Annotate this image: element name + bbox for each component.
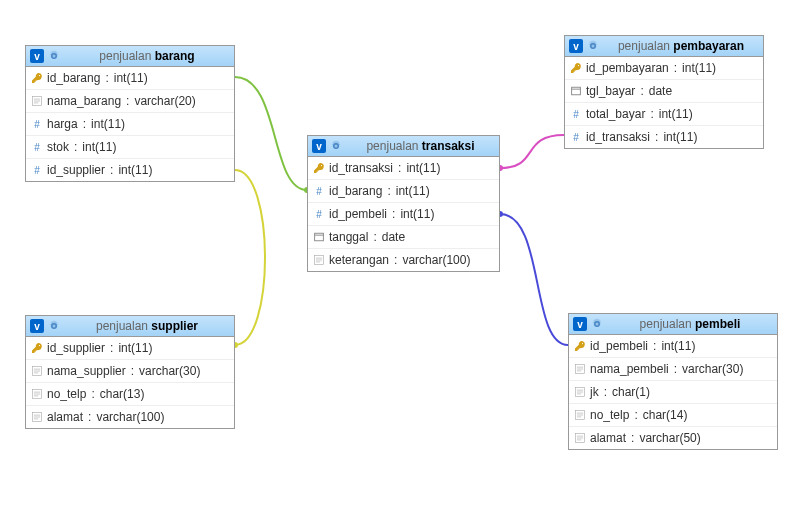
column-row[interactable]: #stok : int(11)	[26, 135, 234, 158]
column-type: int(11)	[659, 107, 693, 121]
column-row[interactable]: alamat : varchar(50)	[569, 426, 777, 449]
column-type-sep: :	[387, 184, 390, 198]
column-row[interactable]: #id_barang : int(11)	[308, 179, 499, 202]
column-type-sep: :	[126, 94, 129, 108]
column-row[interactable]: #id_supplier : int(11)	[26, 158, 234, 181]
column-type: char(13)	[100, 387, 145, 401]
column-type: varchar(30)	[682, 362, 743, 376]
table-title: penjualan pembayaran	[603, 39, 759, 53]
key-icon	[32, 72, 42, 84]
text-icon	[575, 409, 585, 421]
gear-icon[interactable]	[330, 140, 342, 152]
text-icon	[575, 363, 585, 375]
column-row[interactable]: nama_barang : varchar(20)	[26, 89, 234, 112]
column-row[interactable]: alamat : varchar(100)	[26, 405, 234, 428]
column-type: int(11)	[682, 61, 716, 75]
column-row[interactable]: id_pembeli : int(11)	[569, 335, 777, 357]
column-type-sep: :	[392, 207, 395, 221]
column-row[interactable]: nama_supplier : varchar(30)	[26, 359, 234, 382]
table-supplier[interactable]: v penjualan supplier id_supplier : int(1…	[25, 315, 235, 429]
column-name: no_telp	[590, 408, 629, 422]
column-type-sep: :	[131, 364, 134, 378]
column-row[interactable]: id_transaksi : int(11)	[308, 157, 499, 179]
column-type: char(1)	[612, 385, 650, 399]
column-type: varchar(50)	[639, 431, 700, 445]
gear-icon[interactable]	[587, 40, 599, 52]
v-icon: v	[30, 49, 44, 63]
column-type-sep: :	[105, 71, 108, 85]
column-type-sep: :	[634, 408, 637, 422]
column-name: id_supplier	[47, 341, 105, 355]
column-row[interactable]: #id_pembeli : int(11)	[308, 202, 499, 225]
table-pembayaran[interactable]: v penjualan pembayaran id_pembayaran : i…	[564, 35, 764, 149]
table-pembeli[interactable]: v penjualan pembeli id_pembeli : int(11)…	[568, 313, 778, 450]
column-row[interactable]: id_barang : int(11)	[26, 67, 234, 89]
column-type-sep: :	[74, 140, 77, 154]
column-row[interactable]: #total_bayar : int(11)	[565, 102, 763, 125]
gear-icon[interactable]	[591, 318, 603, 330]
columns-supplier: id_supplier : int(11)nama_supplier : var…	[26, 337, 234, 428]
column-name: id_transaksi	[329, 161, 393, 175]
date-icon	[314, 231, 324, 243]
v-icon: v	[312, 139, 326, 153]
column-type: int(11)	[406, 161, 440, 175]
column-row[interactable]: jk : char(1)	[569, 380, 777, 403]
date-icon	[571, 85, 581, 97]
text-icon	[32, 388, 42, 400]
svg-rect-14	[572, 87, 581, 95]
column-name: id_pembayaran	[586, 61, 669, 75]
column-row[interactable]: #harga : int(11)	[26, 112, 234, 135]
table-barang[interactable]: v penjualan barang id_barang : int(11)na…	[25, 45, 235, 182]
table-header-barang[interactable]: v penjualan barang	[26, 46, 234, 67]
column-type-sep: :	[674, 61, 677, 75]
hash-icon: #	[314, 185, 324, 197]
column-name: alamat	[590, 431, 626, 445]
column-type: date	[382, 230, 405, 244]
gear-icon[interactable]	[48, 320, 60, 332]
column-name: nama_pembeli	[590, 362, 669, 376]
column-type-sep: :	[631, 431, 634, 445]
column-type: int(11)	[118, 163, 152, 177]
table-title: penjualan transaksi	[346, 139, 495, 153]
column-row[interactable]: #id_transaksi : int(11)	[565, 125, 763, 148]
column-name: id_supplier	[47, 163, 105, 177]
column-name: alamat	[47, 410, 83, 424]
column-row[interactable]: no_telp : char(13)	[26, 382, 234, 405]
hash-icon: #	[571, 131, 581, 143]
table-header-pembayaran[interactable]: v penjualan pembayaran	[565, 36, 763, 57]
table-title: penjualan pembeli	[607, 317, 773, 331]
column-row[interactable]: tgl_bayar : date	[565, 79, 763, 102]
column-type: int(11)	[114, 71, 148, 85]
column-type: int(11)	[396, 184, 430, 198]
column-row[interactable]: id_pembayaran : int(11)	[565, 57, 763, 79]
column-type-sep: :	[83, 117, 86, 131]
column-row[interactable]: nama_pembeli : varchar(30)	[569, 357, 777, 380]
hash-icon: #	[314, 208, 324, 220]
key-icon	[314, 162, 324, 174]
column-row[interactable]: no_telp : char(14)	[569, 403, 777, 426]
table-transaksi[interactable]: v penjualan transaksi id_transaksi : int…	[307, 135, 500, 272]
column-name: jk	[590, 385, 599, 399]
column-name: keterangan	[329, 253, 389, 267]
column-type: int(11)	[91, 117, 125, 131]
column-type-sep: :	[640, 84, 643, 98]
column-name: tgl_bayar	[586, 84, 635, 98]
column-row[interactable]: tanggal : date	[308, 225, 499, 248]
table-title: penjualan supplier	[64, 319, 230, 333]
column-row[interactable]: keterangan : varchar(100)	[308, 248, 499, 271]
column-name: harga	[47, 117, 78, 131]
key-icon	[575, 340, 585, 352]
table-header-supplier[interactable]: v penjualan supplier	[26, 316, 234, 337]
columns-pembayaran: id_pembayaran : int(11)tgl_bayar : date#…	[565, 57, 763, 148]
column-type: varchar(30)	[139, 364, 200, 378]
table-header-transaksi[interactable]: v penjualan transaksi	[308, 136, 499, 157]
column-type: varchar(20)	[134, 94, 195, 108]
gear-icon[interactable]	[48, 50, 60, 62]
column-name: id_barang	[329, 184, 382, 198]
table-header-pembeli[interactable]: v penjualan pembeli	[569, 314, 777, 335]
columns-transaksi: id_transaksi : int(11)#id_barang : int(1…	[308, 157, 499, 271]
column-type-sep: :	[88, 410, 91, 424]
column-name: id_transaksi	[586, 130, 650, 144]
column-row[interactable]: id_supplier : int(11)	[26, 337, 234, 359]
column-type: int(11)	[663, 130, 697, 144]
